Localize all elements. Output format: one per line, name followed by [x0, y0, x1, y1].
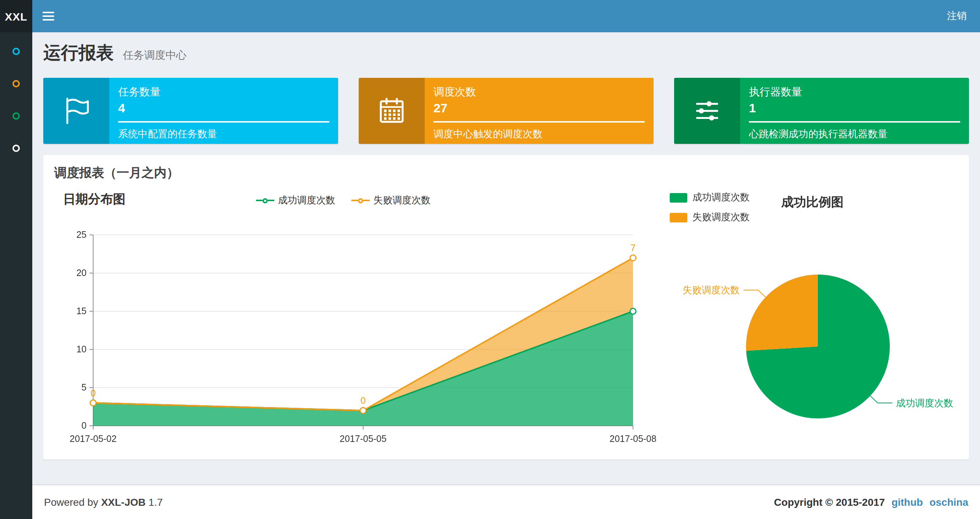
success-ratio-chart: 成功调度次数 失败调度次数 成功比例图 成功调度次数失败调度次数: [664, 188, 969, 452]
page-title: 运行报表: [43, 43, 114, 62]
info-box-description: 系统中配置的任务数量: [118, 128, 329, 141]
info-box-label: 调度次数: [434, 85, 645, 99]
pie-chart-title: 成功比例图: [781, 194, 843, 211]
info-box-value: 1: [749, 101, 960, 116]
info-box-label: 任务数量: [118, 85, 329, 99]
x-tick-label: 2017-05-05: [340, 433, 387, 444]
progress-bar: [118, 121, 329, 123]
swatch-icon: [670, 193, 687, 202]
page-header: 运行报表 任务调度中心: [32, 32, 980, 70]
circle-white-icon: [13, 145, 20, 152]
calendar-icon: [359, 78, 425, 144]
legend-item-fail[interactable]: 失败调度次数: [352, 194, 431, 207]
legend-label: 成功调度次数: [692, 191, 750, 204]
legend-label: 成功调度次数: [278, 194, 335, 207]
fail-point[interactable]: [630, 255, 636, 260]
y-tick-label: 25: [76, 229, 87, 240]
success-point[interactable]: [630, 308, 636, 314]
xxl-job-dashboard: XXL 注销 运行报表 任务调度中心: [0, 0, 980, 519]
circle-yellow-icon: [13, 80, 20, 87]
pie-label: 成功调度次数: [896, 398, 953, 409]
app-logo-text: XXL: [5, 10, 27, 22]
info-box-content: 执行器数量 1 心跳检测成功的执行器机器数量: [740, 78, 969, 144]
pie-chart-svg: 成功调度次数失败调度次数: [664, 210, 969, 449]
panel-title: 调度报表（一月之内）: [43, 155, 969, 188]
copyright-text: Copyright © 2015-2017: [774, 496, 885, 508]
sliders-icon: [674, 78, 740, 144]
page-subtitle: 任务调度中心: [123, 49, 187, 61]
info-box-executors: 执行器数量 1 心跳检测成功的执行器机器数量: [674, 78, 969, 144]
info-box-value: 27: [434, 101, 645, 116]
line-marker-icon: [256, 198, 274, 203]
oschina-link[interactable]: oschina: [929, 496, 968, 508]
powered-by-text: Powered by: [44, 496, 98, 508]
brand-name: XXL-JOB: [101, 496, 146, 508]
legend-label: 失败调度次数: [373, 194, 431, 207]
progress-bar: [434, 121, 645, 123]
info-box-description: 心跳检测成功的执行器机器数量: [749, 128, 960, 141]
version-text: 1.7: [148, 496, 163, 508]
y-tick-label: 5: [81, 382, 87, 392]
hamburger-icon: [43, 19, 54, 21]
line-marker-icon: [352, 198, 370, 203]
info-box-label: 执行器数量: [749, 85, 960, 99]
pie-slice[interactable]: [746, 275, 818, 351]
circle-green-icon: [13, 112, 20, 120]
info-box-jobs: 任务数量 4 系统中配置的任务数量: [43, 78, 338, 144]
report-panel: 调度报表（一月之内） 日期分布图 成功调度次数 失败调度次数: [43, 155, 969, 460]
y-tick-label: 20: [76, 268, 87, 278]
sidebar-toggle-button[interactable]: [32, 0, 65, 32]
info-box-row: 任务数量 4 系统中配置的任务数量: [43, 78, 969, 144]
fail-point[interactable]: [360, 407, 366, 413]
logout-link[interactable]: 注销: [934, 0, 980, 32]
hamburger-icon: [43, 12, 54, 13]
line-chart-legend: 成功调度次数 失败调度次数: [256, 194, 431, 207]
date-distribution-chart: 日期分布图 成功调度次数 失败调度次数 05101520252017-05-02…: [43, 188, 664, 452]
fail-value-label: 7: [630, 242, 636, 253]
app-logo[interactable]: XXL: [0, 0, 32, 32]
page-footer: Powered by XXL-JOB 1.7 Copyright © 2015-…: [32, 484, 980, 519]
pie-label-line: [743, 290, 765, 297]
info-box-triggers: 调度次数 27 调度中心触发的调度次数: [359, 78, 654, 144]
info-box-description: 调度中心触发的调度次数: [434, 128, 645, 141]
info-box-content: 调度次数 27 调度中心触发的调度次数: [425, 78, 654, 144]
y-tick-label: 15: [76, 306, 87, 316]
pie-label: 失败调度次数: [682, 284, 740, 295]
info-box-value: 4: [118, 101, 329, 116]
github-link[interactable]: github: [892, 496, 923, 508]
pie-label-line: [870, 396, 892, 403]
x-tick-label: 2017-05-08: [609, 433, 657, 444]
main-content: 运行报表 任务调度中心 任务数量 4 系统中配置的任务数量: [32, 32, 980, 519]
copyright: Copyright © 2015-2017 github oschina: [774, 496, 968, 508]
progress-bar: [749, 121, 960, 123]
sidebar-item-report[interactable]: [0, 35, 32, 67]
y-tick-label: 0: [81, 420, 87, 431]
line-chart-svg: 05101520252017-05-022017-05-052017-05-08…: [54, 226, 655, 454]
sidebar-item-help[interactable]: [0, 132, 32, 164]
y-tick-label: 10: [76, 344, 87, 354]
line-chart-title: 日期分布图: [63, 191, 126, 208]
top-navbar: XXL 注销: [0, 0, 980, 32]
sidebar: [0, 32, 32, 519]
fail-value-label: 0: [91, 388, 96, 399]
panel-body: 日期分布图 成功调度次数 失败调度次数 05101520252017-05-02…: [43, 188, 969, 454]
sidebar-item-logs[interactable]: [0, 100, 32, 132]
hamburger-icon: [43, 15, 54, 17]
legend-item-success[interactable]: 成功调度次数: [256, 194, 335, 207]
flag-icon: [43, 78, 109, 144]
sidebar-item-jobs[interactable]: [0, 67, 32, 100]
progress-track: [434, 121, 645, 123]
progress-track: [118, 121, 329, 123]
info-box-content: 任务数量 4 系统中配置的任务数量: [109, 78, 338, 144]
progress-track: [749, 121, 960, 123]
fail-value-label: 0: [361, 395, 366, 406]
x-tick-label: 2017-05-02: [70, 433, 117, 444]
circle-aqua-icon: [13, 48, 20, 55]
fail-point[interactable]: [90, 400, 96, 406]
legend-item-success[interactable]: 成功调度次数: [670, 191, 750, 204]
powered-by: Powered by XXL-JOB 1.7: [44, 496, 163, 508]
